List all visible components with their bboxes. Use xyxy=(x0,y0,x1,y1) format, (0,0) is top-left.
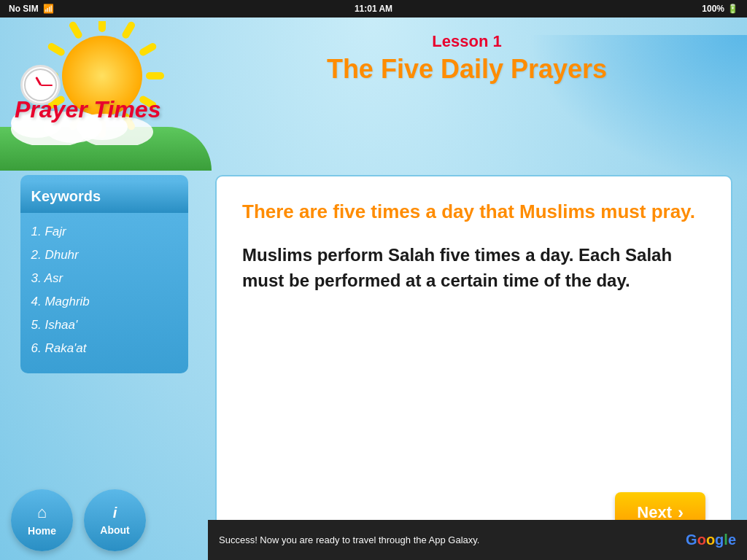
svg-rect-10 xyxy=(47,42,66,57)
svg-rect-2 xyxy=(138,42,158,57)
ad-text: Success! Now you are ready to travel thr… xyxy=(219,534,671,545)
lesson-label: Lesson 1 xyxy=(212,32,722,51)
info-icon: i xyxy=(113,505,117,521)
status-bar: No SIM 📶 11:01 AM 100% 🔋 xyxy=(0,0,747,18)
svg-rect-11 xyxy=(68,21,83,40)
list-item: 2. Dhuhr xyxy=(31,244,177,267)
list-item: 1. Fajr xyxy=(31,220,177,244)
app-title: Prayer Times xyxy=(15,96,160,123)
status-time: 11:01 AM xyxy=(355,4,392,14)
status-right: 100% 🔋 xyxy=(702,4,738,14)
keywords-header: Keywords xyxy=(20,181,188,213)
header: Prayer Times Lesson 1 The Five Daily Pra… xyxy=(0,18,747,171)
svg-rect-1 xyxy=(121,21,136,40)
svg-rect-0 xyxy=(98,21,106,32)
about-button[interactable]: i About xyxy=(84,489,146,551)
signal-icon: 📶 xyxy=(43,4,54,14)
bottom-nav: ⌂ Home i About xyxy=(0,480,208,560)
content-card: There are five times a day that Muslims … xyxy=(215,175,732,553)
home-label: Home xyxy=(28,525,56,537)
status-left: No SIM 📶 xyxy=(9,4,54,14)
ad-banner: Success! Now you are ready to travel thr… xyxy=(208,520,747,560)
list-item: 4. Maghrib xyxy=(31,290,177,314)
google-logo: Google xyxy=(686,532,736,548)
content-highlight: There are five times a day that Muslims … xyxy=(242,198,705,225)
lesson-header: Lesson 1 The Five Daily Prayers xyxy=(212,32,722,85)
carrier-label: No SIM xyxy=(9,4,39,14)
battery-icon: 🔋 xyxy=(727,4,738,14)
logo-area: Prayer Times xyxy=(0,18,212,171)
about-label: About xyxy=(100,524,129,536)
svg-rect-3 xyxy=(146,72,164,79)
list-item: 5. Ishaa' xyxy=(31,314,177,337)
list-item: 3. Asr xyxy=(31,267,177,290)
battery-label: 100% xyxy=(702,4,724,14)
clock-minute-hand xyxy=(41,85,53,86)
list-item: 6. Raka'at xyxy=(31,337,177,360)
home-button[interactable]: ⌂ Home xyxy=(11,489,73,551)
keywords-box: Keywords 1. Fajr 2. Dhuhr 3. Asr 4. Magh… xyxy=(20,175,188,373)
keywords-list: 1. Fajr 2. Dhuhr 3. Asr 4. Maghrib 5. Is… xyxy=(20,213,188,368)
content-body: Muslims perform Salah five times a day. … xyxy=(242,243,705,294)
lesson-title: The Five Daily Prayers xyxy=(212,54,722,85)
content-panel: There are five times a day that Muslims … xyxy=(208,168,747,560)
home-icon: ⌂ xyxy=(37,503,47,522)
